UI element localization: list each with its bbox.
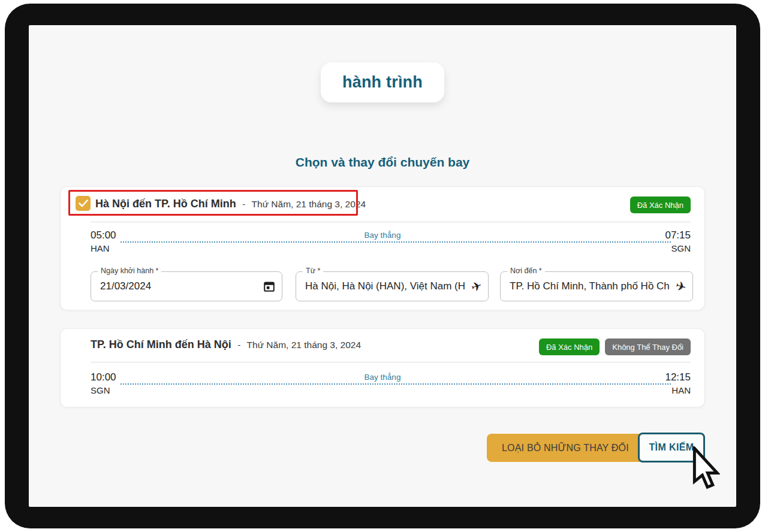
status-badge-confirmed: Đã Xác Nhận	[630, 197, 691, 213]
flight-path-line	[121, 383, 671, 385]
arrival-info: 07:15 SGN	[665, 229, 691, 254]
status-badge-confirmed: Đã Xác Nhận	[539, 338, 600, 355]
arrival-info: 12:15 HAN	[665, 371, 691, 396]
segment-card-outbound: Hà Nội đến TP. Hồ Chí Minh - Thứ Năm, 21…	[60, 186, 705, 310]
segment-separator: -	[242, 199, 245, 209]
departure-date-value: 21/03/2024	[100, 280, 259, 292]
plane-takeoff-icon: ✈	[471, 280, 482, 293]
segment-header: TP. Hồ Chí Minh đến Hà Nội - Thứ Năm, 21…	[91, 338, 361, 351]
page-title: Chọn và thay đổi chuyến bay	[0, 155, 765, 170]
segment-date: Thứ Năm, 21 tháng 3, 2024	[252, 199, 366, 209]
status-badge-locked: Không Thể Thay Đổi	[605, 338, 691, 355]
card-divider	[91, 362, 691, 362]
segment-title: TP. Hồ Chí Minh đến Hà Nội	[91, 338, 231, 350]
discard-changes-button[interactable]: LOẠI BỎ NHỮNG THAY ĐỔI	[487, 434, 644, 462]
segment-badges: Đã Xác Nhận Không Thể Thay Đổi	[539, 338, 691, 355]
arrival-airport-code: SGN	[665, 243, 691, 254]
segment-checkbox[interactable]	[76, 196, 91, 211]
card-divider	[91, 222, 691, 222]
departure-airport-code: SGN	[91, 385, 116, 396]
segment-badges: Đã Xác Nhận	[630, 197, 691, 213]
segment-title: Hà Nội đến TP. Hồ Chí Minh	[95, 198, 236, 210]
search-button[interactable]: TÌM KIẾM	[638, 433, 705, 463]
destination-field[interactable]: Nơi đến * TP. Hồ Chí Minh, Thành phố Hồ …	[500, 271, 693, 301]
origin-value: Hà Nội, Hà Nội (HAN), Việt Nam (HAN)	[305, 280, 465, 292]
departure-date-field[interactable]: Ngày khởi hành * 21/03/2024	[91, 271, 282, 301]
stops-label: Bay thẳng	[61, 231, 704, 240]
departure-date-label: Ngày khởi hành *	[98, 267, 161, 275]
destination-label: Nơi đến *	[507, 267, 545, 275]
arrival-airport-code: HAN	[665, 385, 691, 396]
departure-airport-code: HAN	[91, 243, 116, 254]
stops-label: Bay thẳng	[61, 373, 704, 382]
checkmark-icon	[79, 200, 88, 207]
destination-value: TP. Hồ Chí Minh, Thành phố Hồ Chí Minh (…	[510, 280, 670, 292]
arrival-time: 07:15	[665, 229, 691, 241]
plane-landing-icon: ✈	[676, 280, 686, 293]
flight-path-line	[121, 241, 671, 243]
origin-label: Từ *	[303, 267, 323, 275]
calendar-icon[interactable]	[263, 280, 276, 293]
arrival-time: 12:15	[665, 371, 691, 383]
trip-tab-label: hành trình	[342, 73, 423, 92]
segment-header: Hà Nội đến TP. Hồ Chí Minh - Thứ Năm, 21…	[95, 198, 366, 210]
segment-card-return: TP. Hồ Chí Minh đến Hà Nội - Thứ Năm, 21…	[60, 328, 705, 407]
segment-separator: -	[237, 340, 240, 350]
trip-tab-chip[interactable]: hành trình	[321, 62, 444, 102]
origin-field[interactable]: Từ * Hà Nội, Hà Nội (HAN), Việt Nam (HAN…	[296, 271, 489, 301]
segment-date: Thứ Năm, 21 tháng 3, 2024	[247, 340, 361, 350]
